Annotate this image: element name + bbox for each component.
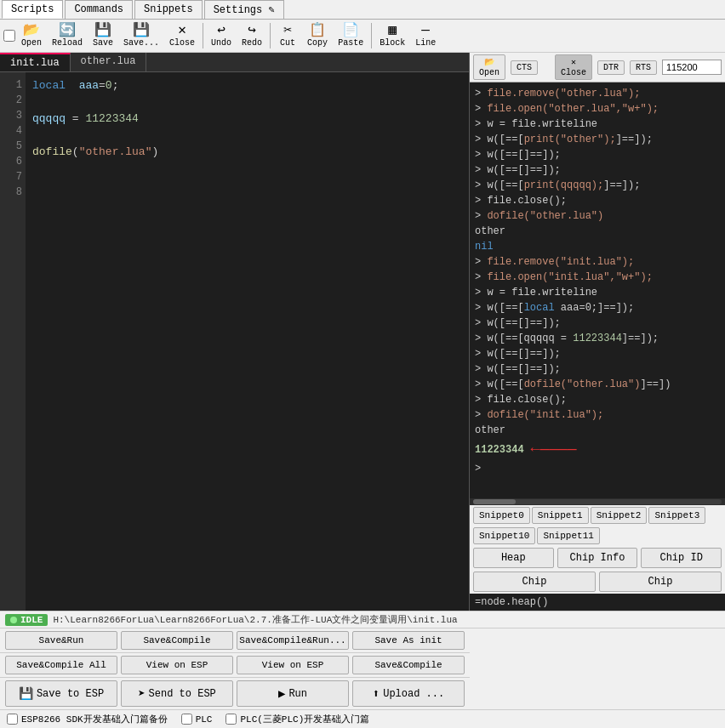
editor-tab-init[interactable]: init.lua <box>0 53 71 71</box>
tab-scripts[interactable]: Scripts <box>2 0 63 19</box>
chip-button1[interactable]: Chip <box>473 572 596 592</box>
scrollbar-thumb[interactable] <box>473 499 516 504</box>
snippet1-button[interactable]: Snippet1 <box>532 507 589 524</box>
console-line: > w([==[print(qqqqq);]==]); <box>475 178 720 193</box>
console-prompt: > <box>475 461 720 476</box>
open-label: Open <box>21 38 42 48</box>
save-as-label: Save... <box>123 38 159 48</box>
close-button[interactable]: ✕ Close <box>165 21 199 50</box>
tab-settings[interactable]: Settings ✎ <box>204 0 284 19</box>
block-button[interactable]: ▦ Block <box>375 21 409 50</box>
cts-label: CTS <box>517 63 532 72</box>
close-serial-button[interactable]: ✕ Close <box>555 54 592 80</box>
snippet0-button[interactable]: Snippet0 <box>473 507 530 524</box>
btn-row-2: Save&Compile All View on ESP View on ESP… <box>0 653 470 678</box>
console-line: other <box>475 224 720 239</box>
snippet2-button[interactable]: Snippet2 <box>591 507 648 524</box>
block-label: Block <box>380 38 405 48</box>
baud-rate-input[interactable] <box>662 60 722 75</box>
cut-icon: ✂ <box>283 24 292 37</box>
save-compile-button[interactable]: Save&Compile <box>121 631 233 650</box>
code-editor[interactable]: 1 2 3 4 5 6 7 8 local aaa=0; qqqqq = 112… <box>0 72 469 611</box>
paste-button[interactable]: 📄 Paste <box>334 21 368 50</box>
plc-checkbox-item: PLC <box>181 714 213 725</box>
rts-button[interactable]: RTS <box>630 60 657 75</box>
save-run-button[interactable]: Save&Run <box>5 631 117 650</box>
code-content[interactable]: local aaa=0; qqqqq = 11223344 dofile("ot… <box>26 72 469 611</box>
cut-button[interactable]: ✂ Cut <box>274 21 301 50</box>
console-line: > w([==[]==]); <box>475 162 720 178</box>
sdk-checkbox[interactable] <box>7 714 18 725</box>
tab-snippets[interactable]: Snippets <box>134 0 203 19</box>
undo-label: Undo <box>211 38 231 48</box>
chip-info-button[interactable]: Chip Info <box>557 548 638 568</box>
snippet11-button[interactable]: Snippet11 <box>537 527 599 544</box>
node-input-value: =node.heap() <box>475 596 548 608</box>
console-line: > w([==[]==]); <box>475 147 720 162</box>
console-output[interactable]: > file.remove("other.lua"); > file.open(… <box>470 82 725 498</box>
editor-tab-other[interactable]: other.lua <box>71 53 147 71</box>
chip-row: Heap Chip Info Chip ID <box>470 546 725 570</box>
console-line: > w([==[]==]); <box>475 346 720 361</box>
undo-button[interactable]: ↩ Undo <box>207 21 236 50</box>
close-label: Close <box>561 68 586 77</box>
reload-button[interactable]: 🔄 Reload <box>48 21 87 50</box>
upload-button[interactable]: ⬆ Upload ... <box>352 680 465 707</box>
send-to-esp-label: Send to ESP <box>149 688 216 700</box>
serial-open-button[interactable]: 📂 Open <box>473 54 505 80</box>
open-icon: 📂 <box>484 57 494 67</box>
console-line: > w([==[]==]); <box>475 361 720 377</box>
tab-commands[interactable]: Commands <box>65 0 133 19</box>
plc-mitsubishi-checkbox[interactable] <box>225 714 237 725</box>
save-button[interactable]: 💾 Save <box>88 21 117 50</box>
save-compile-button2[interactable]: Save&Compile <box>352 656 465 674</box>
open-button[interactable]: 📂 Open <box>17 21 46 50</box>
console-line: > w([==[dofile("other.lua")]==]) <box>475 377 720 392</box>
send-esp-icon: ➤ <box>138 686 145 701</box>
redo-button[interactable]: ↪ Redo <box>237 21 266 50</box>
view-on-esp-button2[interactable]: View on ESP <box>237 656 349 674</box>
plc-checkbox[interactable] <box>181 714 192 725</box>
save-compile-run-button[interactable]: Save&Compile&Run... <box>237 631 349 650</box>
file-path: H:\Learn8266ForLua\Learn8266ForLua\2.7.准… <box>53 613 457 626</box>
sdk-checkbox-item: ESP8266 SDK开发基础入门篇备份 <box>7 713 168 725</box>
reload-label: Reload <box>52 38 83 48</box>
send-to-esp-button[interactable]: ➤ Send to ESP <box>121 680 233 707</box>
console-line: > w = file.writeline <box>475 285 720 300</box>
console-line: > w = file.writeline <box>475 117 720 132</box>
save-to-esp-label: Save to ESP <box>37 688 104 700</box>
console-line: > w([==[]==]); <box>475 316 720 331</box>
snippet3-button[interactable]: Snippet3 <box>648 507 705 524</box>
line-button[interactable]: — Line <box>411 21 440 50</box>
save-as-button[interactable]: 💾 Save... <box>119 21 163 50</box>
block-icon: ▦ <box>388 24 397 37</box>
save-to-esp-button[interactable]: 💾 Save to ESP <box>5 680 117 707</box>
redo-label: Redo <box>242 38 262 48</box>
console-line: > file.open("init.lua","w+"); <box>475 270 720 285</box>
console-scrollbar[interactable] <box>470 498 725 505</box>
open-icon: 📂 <box>23 24 40 37</box>
snippets-panel: Snippet0 Snippet1 Snippet2 Snippet3 Snip… <box>470 505 725 611</box>
save-as-init-button[interactable]: Save As init <box>352 631 465 650</box>
arrow-indicator: ←———— <box>531 438 577 461</box>
save-esp-icon: 💾 <box>19 686 33 701</box>
run-button[interactable]: ▶ Run <box>237 680 349 707</box>
cts-button[interactable]: CTS <box>511 60 538 75</box>
chip-button2[interactable]: Chip <box>599 572 722 592</box>
chip-id-button[interactable]: Chip ID <box>641 548 722 568</box>
dtr-button[interactable]: DTR <box>597 60 625 75</box>
editor-tab-bar: init.lua other.lua <box>0 53 469 72</box>
scrollbar-track <box>473 499 722 504</box>
heap-button[interactable]: Heap <box>473 548 554 568</box>
run-label: Run <box>288 688 307 700</box>
view-on-esp-button1[interactable]: View on ESP <box>121 656 233 674</box>
snippet10-button[interactable]: Snippet10 <box>473 527 535 544</box>
toolbar-checkbox[interactable] <box>3 30 15 42</box>
dtr-label: DTR <box>603 63 619 72</box>
copy-button[interactable]: 📋 Copy <box>303 21 332 50</box>
save-label: Save <box>93 38 113 48</box>
status-bar: IDLE H:\Learn8266ForLua\Learn8266ForLua\… <box>0 611 725 628</box>
console-line: > file.close(); <box>475 193 720 208</box>
right-panel: 📂 Open CTS ✕ Close DTR RTS <box>470 53 725 611</box>
save-compile-all-button[interactable]: Save&Compile All <box>5 656 117 674</box>
